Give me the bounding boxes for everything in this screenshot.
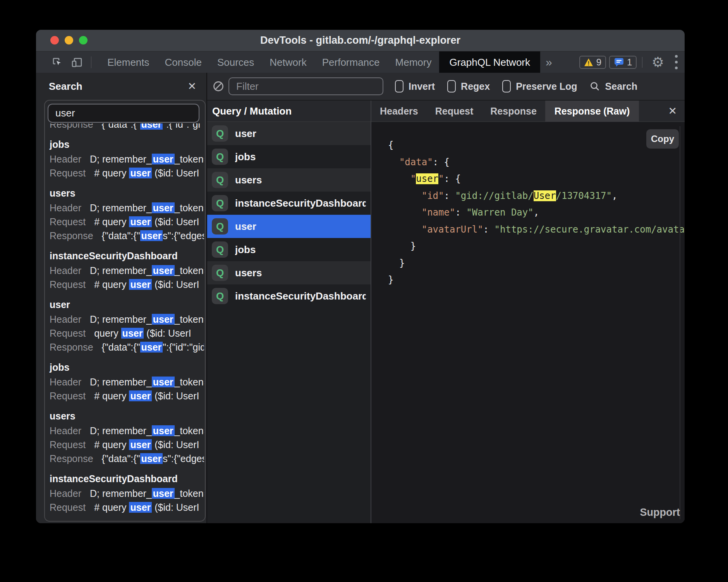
query-row-jobs[interactable]: Qjobs <box>207 145 371 168</box>
search-result-row[interactable]: Request# query user ($id: UserI <box>46 500 204 514</box>
match-highlight: user <box>129 439 152 450</box>
result-text: D; remember_ <box>90 488 152 499</box>
search-result-row[interactable]: HeaderD; remember_user_token=e <box>46 375 204 389</box>
close-detail-icon[interactable]: ✕ <box>668 105 677 117</box>
code-line: } <box>388 272 685 289</box>
result-field-label: Response <box>50 123 93 130</box>
tab-elements[interactable]: Elements <box>100 51 157 73</box>
checkbox[interactable] <box>395 80 403 92</box>
query-row-instanceSecurityDashboard[interactable]: QinstanceSecurityDashboard <box>207 284 371 308</box>
search-input[interactable] <box>48 104 199 123</box>
clear-log-icon[interactable] <box>213 80 224 92</box>
option-preserve-log[interactable]: Preserve Log <box>502 80 577 92</box>
search-result-row[interactable]: HeaderD; remember_user_token=e <box>46 264 204 277</box>
toolbar-options: InvertRegexPreserve Log <box>383 80 577 92</box>
result-text: ($id: UserI <box>144 328 191 339</box>
search-result-row[interactable]: Response{"data":{"users":{"edges <box>46 452 204 466</box>
result-text: _token=e <box>175 154 204 164</box>
query-row-user[interactable]: Quser <box>207 215 371 238</box>
option-invert[interactable]: Invert <box>395 80 435 92</box>
query-row-users[interactable]: Qusers <box>207 261 371 284</box>
message-icon <box>614 58 624 67</box>
option-regex[interactable]: Regex <box>447 80 490 92</box>
search-result-row[interactable]: Request# query user ($id: UserI <box>46 438 204 452</box>
copy-button[interactable]: Copy <box>646 129 679 149</box>
search-result-row[interactable]: Request# query user ($id: UserI <box>46 389 204 403</box>
tab-console[interactable]: Console <box>157 51 209 73</box>
search-result-row[interactable]: Request# query user ($id: UserI <box>46 277 204 291</box>
checkbox[interactable] <box>447 80 456 92</box>
tab-performance[interactable]: Performance <box>314 51 388 73</box>
maximize-window-button[interactable] <box>79 36 88 45</box>
tab-network[interactable]: Network <box>262 51 314 73</box>
search-result-row[interactable]: Response{"data":{"users":{"edges <box>46 229 204 243</box>
checkbox[interactable] <box>502 80 511 92</box>
support-link[interactable]: Support <box>640 507 680 519</box>
search-result-row[interactable]: Response{"data":{"user":{"id":"gi <box>46 123 204 131</box>
search-result-row[interactable]: Response{"data":{"user":{"id":"gid <box>46 340 204 354</box>
result-value: # query user ($id: UserI <box>94 439 199 450</box>
search-button[interactable]: Search <box>590 81 637 92</box>
code-token: "Warren Day" <box>466 207 533 218</box>
result-value: {"data":{"user":{"id":"gi <box>102 123 200 130</box>
checkbox-label: Preserve Log <box>516 81 577 92</box>
query-row-instanceSecurityDashboard[interactable]: QinstanceSecurityDashboard <box>207 192 371 215</box>
search-result-row[interactable]: Request# query user ($id: UserI <box>46 215 204 229</box>
result-text: D; remember_ <box>90 154 152 164</box>
close-search-icon[interactable]: ✕ <box>187 80 196 92</box>
tab-memory[interactable]: Memory <box>388 51 440 73</box>
match-highlight: user <box>129 216 152 227</box>
code-token: , <box>534 207 539 218</box>
search-result-row[interactable]: HeaderD; remember_user_token=e <box>46 424 204 438</box>
detail-tab-request[interactable]: Request <box>427 101 482 122</box>
search-result-row[interactable]: Requestquery user ($id: UserI <box>46 326 204 340</box>
tab-sources[interactable]: Sources <box>209 51 262 73</box>
result-text: ($id: UserI <box>152 502 199 513</box>
query-row-label: user <box>235 128 256 140</box>
detail-tab-response[interactable]: Response <box>482 101 545 122</box>
filter-input[interactable] <box>228 77 383 95</box>
settings-gear-icon[interactable]: ⚙ <box>652 51 664 73</box>
close-window-button[interactable] <box>50 36 59 45</box>
search-result-row[interactable]: HeaderD; remember_user_token=e <box>46 152 204 166</box>
result-text: s":{"edges <box>163 453 204 464</box>
query-row-label: users <box>235 174 262 186</box>
detail-tab-headers[interactable]: Headers <box>371 101 427 122</box>
content-columns: Query / Mutation QuserQjobsQusersQinstan… <box>207 101 685 523</box>
minimize-window-button[interactable] <box>65 36 73 45</box>
match-highlight: user <box>152 314 175 325</box>
match-highlight: user <box>140 230 163 241</box>
search-result-row[interactable]: HeaderD; remember_user_token=e <box>46 201 204 215</box>
result-group-title: users <box>46 408 204 424</box>
code-token: : { <box>444 173 461 184</box>
device-toolbar-icon[interactable] <box>71 56 82 68</box>
raw-response-view: { "data": { "user": { "id": "gid://gitla… <box>371 122 685 523</box>
code-line: "id": "gid://gitlab/User/13704317", <box>388 188 685 205</box>
detail-tab-response-raw[interactable]: Response (Raw) <box>545 101 639 122</box>
result-text: # query <box>94 279 129 290</box>
issues-badge[interactable]: 1 <box>609 56 637 69</box>
more-tabs-chevron[interactable]: » <box>546 56 552 69</box>
query-row-jobs[interactable]: Qjobs <box>207 238 371 261</box>
search-result-row[interactable]: HeaderD; remember_user_token=e <box>46 486 204 500</box>
tab-graphql-network[interactable]: GraphQL Network <box>439 51 540 73</box>
search-result-row[interactable]: HeaderD; remember_user_token=e <box>46 312 204 326</box>
warnings-badge[interactable]: 9 <box>579 56 606 69</box>
query-row-label: jobs <box>235 244 256 256</box>
search-match-highlight: User <box>534 190 556 201</box>
query-type-badge: Q <box>212 149 228 165</box>
more-options-kebab-icon[interactable] <box>675 55 678 69</box>
code-line: "data": { <box>388 154 685 171</box>
result-field-label: Header <box>50 488 81 499</box>
query-row-user[interactable]: Quser <box>207 122 371 145</box>
code-token <box>388 157 399 168</box>
result-text: _token=e <box>175 425 204 436</box>
scrollbar-track[interactable] <box>680 126 680 519</box>
search-result-row[interactable]: Request# query user ($id: UserI <box>46 166 204 180</box>
query-row-users[interactable]: Qusers <box>207 168 371 192</box>
inspect-element-icon[interactable] <box>52 56 63 68</box>
detail-tabs: HeadersRequestResponseResponse (Raw)✕ <box>371 101 685 122</box>
search-panel-header: Search ✕ <box>36 73 206 100</box>
search-icon <box>590 81 600 91</box>
graphql-network-panel: InvertRegexPreserve Log Search Query / M… <box>207 73 685 523</box>
